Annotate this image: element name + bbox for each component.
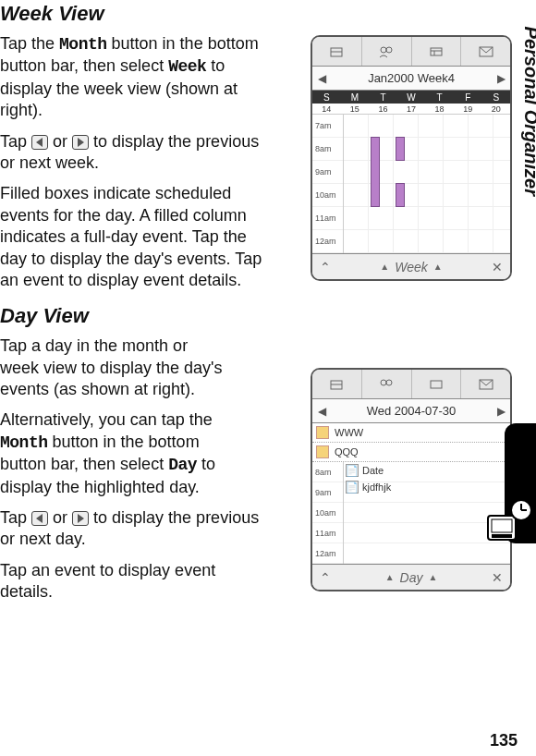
next-day-button[interactable]: ▶ bbox=[492, 405, 510, 418]
note-icon: 📄 bbox=[346, 481, 359, 494]
toolbar bbox=[312, 370, 510, 399]
date[interactable]: 16 bbox=[369, 104, 397, 114]
date[interactable]: 19 bbox=[454, 104, 482, 114]
toolbar-icon[interactable] bbox=[362, 37, 412, 66]
hour-label: 12am bbox=[312, 230, 343, 253]
week-view-screenshot: ◀ Jan2000 Week4 ▶ S M T W T F S 14 15 16… bbox=[311, 35, 512, 281]
label-month: Month bbox=[59, 35, 107, 54]
day-para-1: Tap a day in the month or week view to d… bbox=[0, 335, 231, 400]
toolbar-icon[interactable] bbox=[412, 37, 462, 66]
scroll-up-icon[interactable]: ⌃ bbox=[312, 570, 338, 585]
label-month: Month bbox=[0, 433, 48, 452]
prev-arrow-icon bbox=[31, 511, 48, 526]
chevron-up-icon[interactable]: ▲ bbox=[428, 572, 437, 582]
timed-event[interactable]: 📄 kjdfhjk bbox=[346, 481, 391, 494]
event-block[interactable] bbox=[396, 183, 405, 207]
organizer-icon bbox=[482, 495, 534, 547]
toolbar bbox=[312, 37, 510, 67]
svg-rect-8 bbox=[431, 48, 442, 55]
day-of-week-header: S M T W T F S bbox=[312, 91, 510, 104]
text: or bbox=[48, 508, 72, 527]
chevron-up-icon[interactable]: ▲ bbox=[385, 572, 395, 582]
prev-day-button[interactable]: ◀ bbox=[312, 405, 331, 418]
week-cells[interactable] bbox=[344, 115, 510, 253]
event-icon bbox=[316, 426, 329, 439]
svg-point-14 bbox=[381, 380, 386, 385]
event-title: Date bbox=[362, 465, 384, 476]
text: Tap the bbox=[0, 34, 59, 53]
close-icon[interactable]: ✕ bbox=[484, 570, 510, 585]
hour-label: 10am bbox=[312, 184, 343, 207]
text: Alternatively, you can tap the bbox=[0, 410, 213, 429]
svg-marker-2 bbox=[36, 514, 43, 523]
all-day-event[interactable]: WWW bbox=[312, 423, 510, 443]
week-nav-label[interactable]: Jan2000 Week4 bbox=[331, 71, 492, 85]
day-para-3: Tap or to display the previous or next d… bbox=[0, 507, 268, 551]
toolbar-icon[interactable] bbox=[312, 37, 362, 66]
hour-label: 10am bbox=[312, 503, 343, 523]
chevron-up-icon[interactable]: ▲ bbox=[380, 262, 389, 272]
day-nav-label[interactable]: Wed 2004-07-30 bbox=[331, 404, 492, 418]
svg-rect-16 bbox=[431, 381, 442, 388]
hour-label: 8am bbox=[312, 138, 343, 161]
date[interactable]: 18 bbox=[425, 104, 454, 114]
prev-arrow-icon bbox=[31, 135, 48, 150]
svg-point-6 bbox=[381, 47, 386, 53]
day-para-4: Tap an event to display event details. bbox=[0, 560, 268, 604]
toolbar-icon[interactable] bbox=[312, 370, 362, 398]
svg-rect-20 bbox=[492, 534, 512, 538]
toolbar-icon[interactable] bbox=[412, 370, 462, 398]
time-column: 7am 8am 9am 10am 11am 12am bbox=[312, 115, 344, 253]
date[interactable]: 20 bbox=[481, 104, 510, 114]
event-icon bbox=[316, 445, 329, 458]
event-title: QQQ bbox=[335, 446, 359, 457]
footer-mode-label[interactable]: Day bbox=[400, 570, 423, 585]
close-icon[interactable]: ✕ bbox=[484, 260, 510, 274]
next-arrow-icon bbox=[72, 135, 89, 150]
event-block[interactable] bbox=[396, 137, 405, 161]
date[interactable]: 15 bbox=[341, 104, 370, 114]
toolbar-mail-icon[interactable] bbox=[461, 37, 510, 66]
footer-mode-label[interactable]: Week bbox=[395, 260, 428, 274]
event-block[interactable] bbox=[371, 137, 380, 207]
timed-event[interactable]: 📄 Date bbox=[346, 464, 384, 477]
svg-marker-0 bbox=[36, 138, 43, 147]
svg-rect-19 bbox=[492, 519, 512, 532]
heading-week-view: Week View bbox=[0, 2, 519, 26]
next-arrow-icon bbox=[72, 511, 89, 526]
week-para-2: Tap or to display the previous or next w… bbox=[0, 131, 268, 175]
svg-marker-1 bbox=[78, 138, 84, 147]
scroll-up-icon[interactable]: ⌃ bbox=[312, 260, 338, 274]
week-para-1: Tap the Month button in the bottom butto… bbox=[0, 33, 268, 122]
svg-marker-3 bbox=[78, 514, 84, 523]
dow: T bbox=[369, 92, 397, 103]
toolbar-icon[interactable] bbox=[362, 370, 412, 398]
text: Tap bbox=[0, 508, 31, 527]
section-tab-label: Personal Organizer bbox=[520, 27, 536, 196]
dow: M bbox=[341, 92, 370, 103]
day-para-2: Alternatively, you can tap the Month but… bbox=[0, 409, 250, 498]
hour-label: 11am bbox=[312, 523, 343, 543]
label-week: Week bbox=[168, 57, 206, 76]
toolbar-mail-icon[interactable] bbox=[461, 370, 510, 398]
heading-day-view: Day View bbox=[0, 304, 519, 328]
date[interactable]: 17 bbox=[397, 104, 426, 114]
dow: S bbox=[312, 92, 341, 103]
week-footer: ⌃ ▲ Week ▲ ✕ bbox=[312, 253, 510, 279]
chevron-up-icon[interactable]: ▲ bbox=[433, 262, 443, 272]
prev-week-button[interactable]: ◀ bbox=[312, 72, 331, 85]
hour-label: 8am bbox=[312, 462, 343, 482]
dates-header: 14 15 16 17 18 19 20 bbox=[312, 104, 510, 115]
label-day: Day bbox=[168, 456, 197, 474]
all-day-event[interactable]: QQQ bbox=[312, 443, 510, 462]
next-week-button[interactable]: ▶ bbox=[492, 72, 510, 85]
page-number: 135 bbox=[490, 731, 518, 750]
week-grid[interactable]: 7am 8am 9am 10am 11am 12am bbox=[312, 115, 510, 253]
day-hour-grid[interactable]: 8am 9am 10am 11am 12am 📄 Date 📄 kjdfhjk bbox=[312, 462, 510, 564]
date[interactable]: 14 bbox=[312, 104, 341, 114]
note-icon: 📄 bbox=[346, 464, 359, 477]
svg-rect-24 bbox=[518, 497, 525, 501]
day-footer: ⌃ ▲ Day ▲ ✕ bbox=[312, 564, 510, 590]
hour-label: 12am bbox=[312, 543, 343, 564]
day-navbar: ◀ Wed 2004-07-30 ▶ bbox=[312, 399, 510, 423]
